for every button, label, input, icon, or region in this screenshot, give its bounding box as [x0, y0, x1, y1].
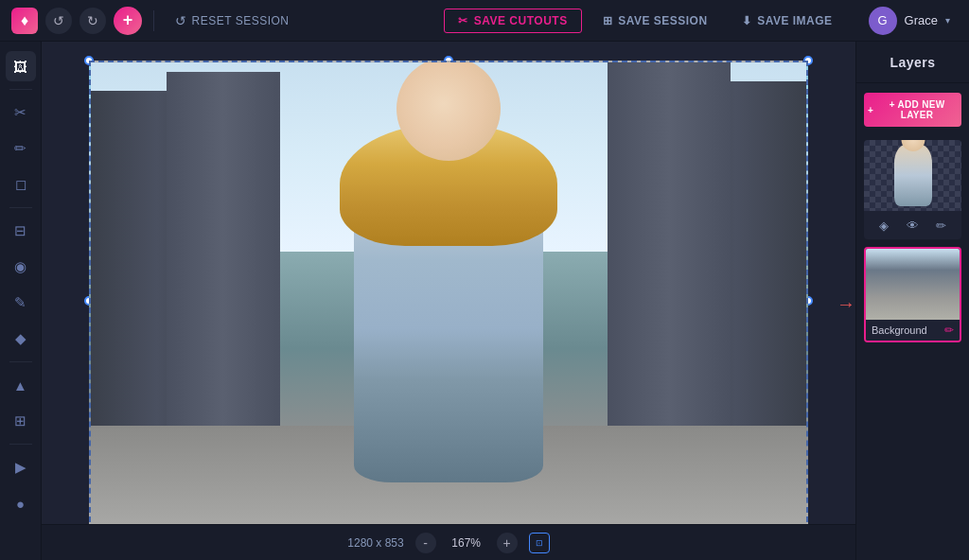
- canvas-main[interactable]: [42, 42, 855, 560]
- add-new-layer-button[interactable]: + + ADD NEW LAYER: [864, 93, 961, 127]
- tool-separator: [9, 89, 32, 90]
- undo-button[interactable]: ↺: [45, 8, 72, 34]
- app-logo: ♦: [11, 8, 38, 34]
- person-body: [354, 142, 543, 482]
- username: Grace: [905, 13, 938, 27]
- fit-icon: ⊡: [536, 538, 543, 548]
- tool-separator-3: [9, 361, 32, 362]
- zoom-out-button[interactable]: -: [415, 533, 436, 553]
- fill-tool-button[interactable]: ◆: [6, 324, 36, 354]
- person-head: [396, 61, 501, 161]
- layers-tool-button[interactable]: ⊟: [6, 216, 36, 246]
- save-session-label: SAVE SESSION: [618, 14, 707, 27]
- right-panel: Layers + + ADD NEW LAYER ◈ 👁 ✏ Backgroun…: [855, 42, 969, 560]
- layers-panel-header: Layers: [856, 42, 969, 83]
- avatar: G: [869, 7, 897, 35]
- layer-1-edit-icon[interactable]: ✏: [931, 215, 952, 236]
- reset-session-button[interactable]: ↺ RESET SESSION: [166, 9, 298, 32]
- separator: [153, 10, 154, 31]
- grid-tool-button[interactable]: ⊞: [6, 406, 36, 436]
- layer-1-select-icon[interactable]: ◈: [873, 215, 894, 236]
- circle-tool-button[interactable]: ◉: [6, 252, 36, 282]
- canvas-wrapper: 1280 x 853 - 167% + ⊡: [42, 42, 855, 560]
- save-image-icon: ⬇: [742, 14, 752, 27]
- scissors-icon: ✂: [458, 14, 468, 27]
- layer-1-thumbnail: [864, 140, 961, 211]
- layer-1-preview: [894, 145, 932, 206]
- layer-2-item[interactable]: Background ✏: [864, 247, 961, 342]
- save-session-icon: ⊞: [603, 14, 613, 27]
- add-layer-label: + ADD NEW LAYER: [876, 99, 958, 120]
- layer-1-item[interactable]: ◈ 👁 ✏: [864, 140, 961, 239]
- topbar: ♦ ↺ ↻ + ↺ RESET SESSION ✂ SAVE CUTOUTS ⊞…: [0, 0, 969, 42]
- layer-2-preview: [866, 249, 960, 320]
- dot-tool-button[interactable]: ●: [6, 488, 36, 518]
- zoom-in-button[interactable]: +: [497, 533, 518, 553]
- layer-2-label-row: Background ✏: [866, 320, 960, 341]
- redo-button[interactable]: ↻: [79, 8, 106, 34]
- plus-icon: +: [868, 105, 873, 115]
- arrow-tool-button[interactable]: ▶: [6, 452, 36, 482]
- layer-1-icons: ◈ 👁 ✏: [864, 211, 961, 239]
- left-toolbar: 🖼 ✂ ✏ ◻ ⊟ ◉ ✎ ◆ ▲ ⊞ ▶ ●: [0, 42, 42, 560]
- layers-title: Layers: [890, 55, 935, 70]
- brush-tool-button[interactable]: ✏: [6, 133, 36, 164]
- layer-1-visibility-icon[interactable]: 👁: [902, 215, 923, 236]
- layer-2-label: Background: [872, 324, 927, 336]
- save-session-button[interactable]: ⊞ SAVE SESSION: [590, 9, 721, 32]
- zoom-level: 167%: [448, 536, 485, 550]
- shape-tool-button[interactable]: ▲: [6, 370, 36, 400]
- canvas-dimensions: 1280 x 853: [347, 536, 403, 550]
- layer-2-thumbnail: [866, 249, 960, 320]
- add-button[interactable]: +: [114, 7, 142, 35]
- building-right-2: [608, 62, 731, 488]
- chevron-down-icon: ▾: [945, 15, 950, 26]
- tool-separator-2: [9, 207, 32, 208]
- user-menu[interactable]: G Grace ▾: [861, 3, 958, 39]
- image-tool-button[interactable]: 🖼: [6, 51, 36, 81]
- main-area: 🖼 ✂ ✏ ◻ ⊟ ◉ ✎ ◆ ▲ ⊞ ▶ ●: [0, 42, 969, 560]
- paint-tool-button[interactable]: ✎: [6, 288, 36, 318]
- layer-2-edit-icon[interactable]: ✏: [944, 324, 954, 337]
- save-cutouts-button[interactable]: ✂ SAVE CUTOUTS: [444, 9, 581, 33]
- reset-icon: ↺: [175, 13, 187, 28]
- logo-icon: ♦: [21, 12, 28, 29]
- save-image-label: SAVE IMAGE: [757, 14, 832, 27]
- eraser-tool-button[interactable]: ◻: [6, 169, 36, 200]
- canvas-image[interactable]: [89, 61, 808, 541]
- fit-screen-button[interactable]: ⊡: [529, 533, 550, 553]
- canvas-container: [89, 61, 808, 541]
- bottom-bar: 1280 x 853 - 167% + ⊡: [42, 524, 855, 560]
- reset-label: RESET SESSION: [192, 14, 290, 27]
- save-image-button[interactable]: ⬇ SAVE IMAGE: [729, 9, 846, 32]
- save-cutouts-label: SAVE CUTOUTS: [474, 14, 568, 27]
- person-figure: [354, 142, 543, 482]
- tool-separator-4: [9, 444, 32, 445]
- cut-tool-button[interactable]: ✂: [6, 97, 36, 128]
